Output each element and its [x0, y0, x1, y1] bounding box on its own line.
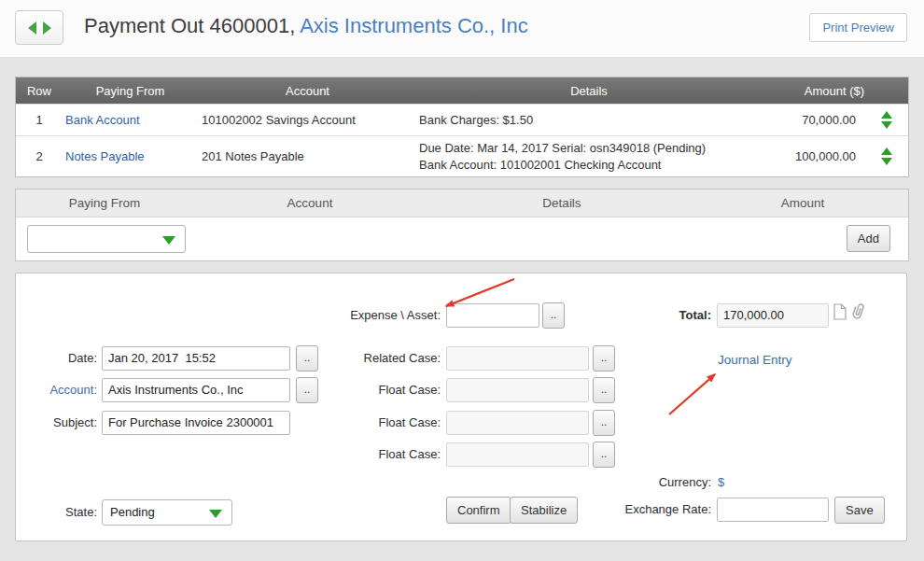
float-case-input-2[interactable] — [446, 411, 589, 435]
table-row[interactable]: 2 Notes Payable 201 Notes Payable Due Da… — [16, 135, 908, 176]
print-preview-button[interactable]: Print Preview — [809, 13, 907, 42]
float-case-input-1[interactable] — [446, 378, 589, 402]
account-lookup-button[interactable]: .. — [296, 377, 318, 403]
reorder-controls — [865, 111, 908, 129]
related-case-lookup-button[interactable]: .. — [593, 345, 615, 372]
float-case-lookup-button-2[interactable]: .. — [593, 410, 615, 436]
float-case-lookup-button-3[interactable]: .. — [593, 442, 615, 468]
add-button[interactable]: Add — [847, 225, 890, 252]
prev-record-icon[interactable] — [28, 21, 36, 35]
add-row-header: Paying From Account Details Amount — [16, 189, 908, 217]
amount-cell: 100,000.00 — [761, 149, 865, 163]
subject-input[interactable]: For Purchase Invoice 2300001 — [102, 411, 290, 435]
state-select[interactable]: Pending — [102, 499, 232, 526]
state-value: Pending — [110, 505, 155, 519]
add-row-section: Paying From Account Details Amount Add — [15, 189, 909, 261]
dropdown-arrow-icon — [209, 510, 222, 518]
record-nav-button[interactable] — [15, 10, 63, 45]
page-title: Payment Out 4600001, Axis Instruments Co… — [84, 14, 528, 38]
payments-table: Row Paying From Account Details Amount (… — [15, 77, 909, 177]
column-header-amount: Amount ($) — [761, 84, 908, 98]
add-row-body: Add — [16, 217, 908, 260]
total-label: Total: — [567, 308, 711, 322]
details-cell: Bank Charges: $1.50 — [417, 108, 761, 133]
move-down-icon[interactable] — [881, 121, 892, 129]
customer-name-link[interactable]: Axis Instruments Co., Inc — [300, 14, 528, 37]
confirm-button[interactable]: Confirm — [446, 497, 511, 524]
expense-asset-label: Expense \ Asset: — [324, 308, 441, 322]
date-label: Date: — [16, 351, 97, 365]
column-header-account: Account — [198, 84, 417, 98]
column-header-details: Details — [427, 196, 697, 210]
reorder-controls — [865, 147, 908, 165]
account-label[interactable]: Account: — [16, 383, 97, 397]
row-number: 2 — [16, 149, 63, 163]
related-case-label: Related Case: — [324, 351, 441, 365]
column-header-amount: Amount — [697, 196, 908, 210]
amount-cell: 70,000.00 — [761, 113, 865, 127]
float-case-input-3[interactable] — [446, 442, 589, 467]
row-number: 1 — [16, 113, 63, 127]
move-up-icon[interactable] — [881, 147, 892, 155]
details-cell: Due Date: Mar 14, 2017 Serial: osn349018… — [417, 136, 761, 176]
table-row[interactable]: 1 Bank Account 101002002 Savings Account… — [16, 104, 908, 135]
date-lookup-button[interactable]: .. — [296, 345, 318, 372]
exchange-rate-input[interactable] — [717, 498, 829, 522]
top-bar: Payment Out 4600001, Axis Instruments Co… — [0, 0, 924, 58]
save-button[interactable]: Save — [834, 497, 885, 524]
account-cell: 101002002 Savings Account — [198, 113, 417, 127]
account-input[interactable]: Axis Instruments Co., Inc — [102, 378, 290, 402]
paying-from-link[interactable]: Notes Payable — [63, 149, 198, 163]
float-case-label: Float Case: — [324, 447, 441, 461]
column-header-paying-from: Paying From — [16, 196, 193, 210]
float-case-label: Float Case: — [324, 383, 441, 397]
expense-asset-input[interactable] — [446, 303, 539, 328]
currency-label: Currency: — [567, 475, 711, 489]
related-case-input[interactable] — [446, 346, 589, 371]
currency-value-link[interactable]: $ — [718, 475, 724, 489]
column-header-paying-from: Paying From — [63, 84, 198, 98]
column-header-row: Row — [16, 84, 63, 98]
journal-entry-link[interactable]: Journal Entry — [718, 353, 792, 367]
next-record-icon[interactable] — [43, 21, 51, 35]
payments-table-header: Row Paying From Account Details Amount (… — [16, 77, 908, 104]
paying-from-select[interactable] — [27, 225, 186, 253]
column-header-details: Details — [417, 84, 761, 98]
exchange-rate-label: Exchange Rate: — [567, 502, 711, 516]
dropdown-arrow-icon — [162, 236, 175, 245]
total-input: 170,000.00 — [717, 303, 829, 328]
column-header-account: Account — [193, 196, 427, 210]
date-input[interactable]: Jan 20, 2017 15:52 — [102, 346, 290, 371]
page-title-text: Payment Out 4600001, — [84, 14, 300, 37]
state-label: State: — [16, 505, 97, 519]
document-icon[interactable] — [833, 303, 847, 323]
payment-form-panel: Expense \ Asset: .. Related Case: .. Flo… — [15, 273, 907, 541]
float-case-lookup-button-1[interactable]: .. — [593, 377, 615, 403]
attachment-icon[interactable] — [850, 302, 866, 323]
move-up-icon[interactable] — [881, 111, 892, 119]
expense-asset-lookup-button[interactable]: .. — [542, 302, 565, 329]
subject-label: Subject: — [16, 415, 97, 429]
move-down-icon[interactable] — [881, 158, 892, 165]
float-case-label: Float Case: — [324, 415, 441, 429]
account-cell: 201 Notes Payable — [198, 149, 417, 163]
paying-from-link[interactable]: Bank Account — [63, 113, 198, 127]
